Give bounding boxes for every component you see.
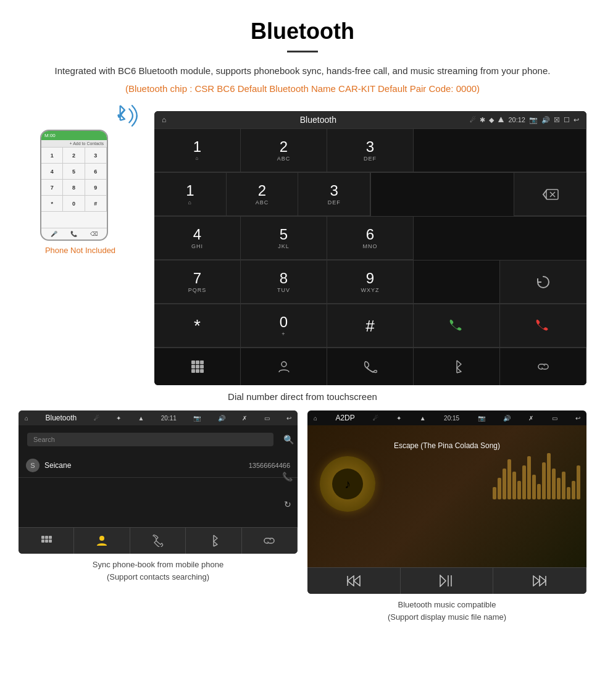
key-1[interactable]: 1⌂ <box>154 173 227 216</box>
svg-marker-26 <box>354 576 360 586</box>
music-close[interactable]: ✗ <box>528 415 533 422</box>
pb-person-icon <box>96 535 108 547</box>
phone-key-hash[interactable]: # <box>85 196 107 212</box>
key-hangup[interactable] <box>500 304 586 348</box>
dial-key-2[interactable]: 2ABC <box>241 129 327 172</box>
phone-key-3[interactable]: 3 <box>85 148 107 164</box>
eq-bar-3 <box>503 469 506 499</box>
key-9[interactable]: 9WXYZ <box>327 260 414 304</box>
pb-btn-phone[interactable] <box>130 528 186 554</box>
pb-btn-person[interactable] <box>74 528 130 554</box>
phone-key-0[interactable]: 0 <box>63 196 85 212</box>
svg-point-15 <box>282 362 286 367</box>
pb-vol: 🔊 <box>218 415 225 422</box>
status-right-icons: ☄ ✱ ◆ ⯅ 20:12 📷 🔊 ☒ ☐ ↩ <box>470 116 579 124</box>
pb-btn-link[interactable] <box>242 528 298 554</box>
pb-search-box[interactable]: Search <box>27 433 273 446</box>
phone-key-1[interactable]: 1 <box>41 148 63 164</box>
phone-key-6[interactable]: 6 <box>85 164 107 180</box>
music-controls-bar <box>307 567 586 594</box>
music-next[interactable] <box>493 568 586 594</box>
music-back[interactable]: ↩ <box>575 415 580 422</box>
eq-bar-4 <box>507 459 511 499</box>
pb-contact-row-s[interactable]: S Seicane 13566664466 <box>19 454 298 478</box>
close-icon[interactable]: ☒ <box>554 116 560 124</box>
pb-back[interactable]: ↩ <box>286 415 291 422</box>
phone-top-bar: M:00 <box>41 131 107 140</box>
act-bluetooth[interactable] <box>414 348 500 385</box>
dial-row-d: * 0+ # <box>154 304 586 348</box>
eq-bar-8 <box>527 456 531 499</box>
key-3[interactable]: 3DEF <box>298 173 370 216</box>
svg-rect-21 <box>45 540 48 543</box>
pb-close[interactable]: ✗ <box>242 415 247 422</box>
pb-win: ▭ <box>264 415 270 422</box>
music-play-pause[interactable] <box>401 568 494 594</box>
phone-key-8[interactable]: 8 <box>63 180 85 196</box>
act-grid[interactable] <box>154 348 241 385</box>
pb-contact-avatar: S <box>26 459 40 472</box>
svg-rect-9 <box>191 365 195 369</box>
search-icon[interactable]: 🔍 <box>283 435 294 444</box>
camera-icon: 📷 <box>529 116 538 124</box>
phone-key-5[interactable]: 5 <box>63 164 85 180</box>
act-call-log[interactable] <box>327 348 414 385</box>
key-2[interactable]: 2ABC <box>227 173 299 216</box>
key-delete[interactable] <box>514 173 586 216</box>
key-8[interactable]: 8TUV <box>241 260 327 304</box>
phone-key-star[interactable]: * <box>41 196 63 212</box>
pb-grid-icon <box>41 535 52 546</box>
pb-home-icon[interactable]: ⌂ <box>25 415 28 422</box>
dialpad-full: 1⌂ 2ABC 3DEF 4GHI 5JKL 6M <box>154 172 586 348</box>
key-hash[interactable]: # <box>327 304 414 348</box>
music-home-icon[interactable]: ⌂ <box>314 415 317 422</box>
eq-bar-7 <box>522 465 526 499</box>
dial-key-1[interactable]: 1⌂ <box>154 129 241 172</box>
act-contacts[interactable] <box>241 348 327 385</box>
phone-key-2[interactable]: 2 <box>63 148 85 164</box>
window-icon: ☐ <box>564 116 570 124</box>
pb-side-call-icon[interactable]: 📞 <box>282 472 293 481</box>
pb-side-icons: 📞 ↻ <box>282 454 293 527</box>
pb-title: Bluetooth <box>45 414 77 422</box>
pb-side-refresh-icon[interactable]: ↻ <box>284 499 291 509</box>
phone-mockup: ✓ M:00 + Add to Contacts 1 2 3 4 5 <box>40 117 120 241</box>
phone-key-7[interactable]: 7 <box>41 180 63 196</box>
key-call[interactable] <box>414 304 500 348</box>
key-0[interactable]: 0+ <box>241 304 327 348</box>
dial-key-3[interactable]: 3DEF <box>327 129 414 172</box>
eq-bar-2 <box>498 478 501 499</box>
eq-bar-9 <box>532 475 536 499</box>
main-section: ✓ M:00 + Add to Contacts 1 2 3 4 5 <box>0 100 605 385</box>
music-album-art: ♪ <box>320 456 375 512</box>
header-divider <box>287 51 318 52</box>
key-star[interactable]: * <box>154 304 241 348</box>
music-prev[interactable] <box>307 568 401 594</box>
pb-btn-grid[interactable] <box>19 528 74 554</box>
phone-key-9[interactable]: 9 <box>85 180 107 196</box>
dial-status-bar: ⌂ Bluetooth ☄ ✱ ◆ ⯅ 20:12 📷 🔊 ☒ ☐ ↩ <box>154 111 586 128</box>
dial-caption-text: Dial number direct from touchscreen <box>228 391 377 402</box>
back-icon[interactable]: ↩ <box>574 116 579 124</box>
svg-rect-17 <box>41 536 44 539</box>
svg-marker-31 <box>533 576 540 586</box>
pb-status-bar: ⌂ Bluetooth ☄ ✦ ▲ 20:11 📷 🔊 ✗ ▭ ↩ <box>19 410 298 425</box>
dial-row-b: 4GHI 5JKL 6MNO <box>154 217 586 260</box>
location-icon: ◆ <box>489 116 494 124</box>
key-6[interactable]: 6MNO <box>327 217 414 260</box>
music-content: ♪ Escape (The Pina Colada Song) <box>307 425 586 460</box>
music-song-title: Escape (The Pina Colada Song) <box>317 441 577 450</box>
key-refresh[interactable] <box>500 260 586 304</box>
act-link[interactable] <box>500 348 586 385</box>
play-pause-icon <box>440 575 453 587</box>
key-4[interactable]: 4GHI <box>154 217 241 260</box>
home-icon[interactable]: ⌂ <box>162 115 166 124</box>
key-5[interactable]: 5JKL <box>241 217 327 260</box>
phone-key-4[interactable]: 4 <box>41 164 63 180</box>
eq-bar-18 <box>577 465 580 499</box>
dial-screen-title: Bluetooth <box>300 115 336 125</box>
key-7[interactable]: 7PQRS <box>154 260 241 304</box>
eq-bar-16 <box>567 487 570 499</box>
phone-mic-icon: 🎤 <box>51 231 57 237</box>
pb-btn-bluetooth[interactable] <box>186 528 241 554</box>
